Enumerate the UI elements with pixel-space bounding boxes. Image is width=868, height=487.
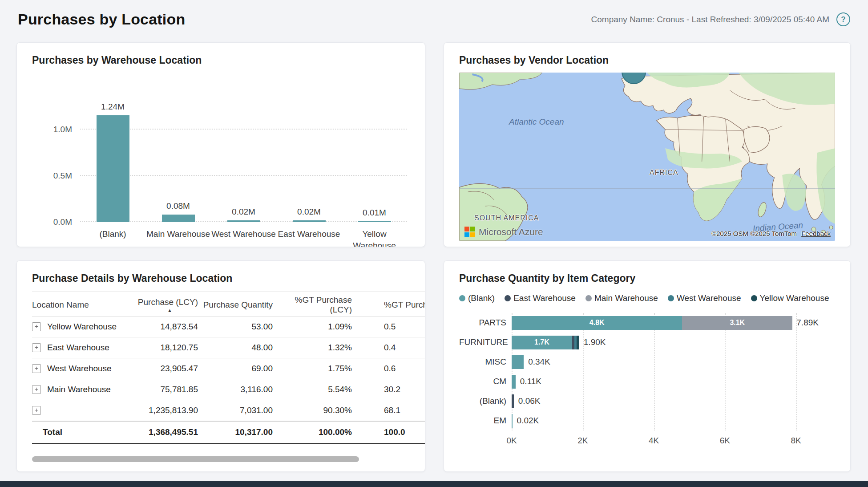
- category-row-PARTS: PARTS4.8K3.1K7.89K: [459, 313, 835, 333]
- category-label: EM: [459, 416, 512, 426]
- legend-label: East Warehouse: [513, 293, 576, 303]
- column-header-1[interactable]: Location Name: [32, 298, 132, 310]
- location-name-cell: +: [32, 406, 132, 415]
- expand-row-button[interactable]: +: [32, 385, 41, 394]
- map-attribution: ©2025 OSM ©2025 TomTom Feedback: [711, 230, 831, 237]
- x-category-label: Yellow Warehouse: [342, 228, 407, 247]
- stacked-bar: 4.8K3.1K: [512, 316, 824, 330]
- segment-Main Warehouse[interactable]: 3.1K: [682, 316, 792, 330]
- x-category-label: Main Warehouse: [145, 228, 211, 247]
- legend-dot-icon: [668, 295, 674, 301]
- legend-dot-icon: [751, 295, 757, 301]
- column-header-label: Purchase Quantity: [203, 300, 273, 309]
- category-chart-legend: (Blank)East WarehouseMain WarehouseWest …: [459, 293, 835, 303]
- card-purchase-details: Purchase Details by Warehouse Location L…: [16, 260, 425, 472]
- category-row-FURNITURE: FURNITURE1.7K1.90K: [459, 333, 835, 352]
- legend-label: West Warehouse: [677, 293, 741, 303]
- table-row[interactable]: +West Warehouse23,905.4769.001.75%0.6: [32, 358, 425, 379]
- help-icon[interactable]: ?: [836, 12, 850, 26]
- expand-row-button[interactable]: +: [32, 406, 41, 415]
- table-row[interactable]: +Yellow Warehouse14,873.5453.001.09%0.5: [32, 317, 425, 337]
- table-row[interactable]: +Main Warehouse75,781.853,116.005.54%30.…: [32, 379, 425, 400]
- expand-row-button[interactable]: +: [32, 343, 41, 352]
- bar-Main Warehouse[interactable]: [162, 215, 195, 222]
- total-gt-purchase-cell: 100.00%: [273, 427, 352, 437]
- expand-row-button[interactable]: +: [32, 322, 41, 331]
- bar-area: 0.11K: [512, 375, 824, 389]
- bar-(Blank)[interactable]: [97, 115, 129, 222]
- gt-quantity-cell: 0.5: [352, 322, 425, 332]
- warehouse-chart-title: Purchases by Warehouse Location: [32, 54, 410, 66]
- bar-total-label: 0.11K: [520, 377, 541, 386]
- bar-total-label: 0.02K: [517, 416, 539, 426]
- map-label-south-america: SOUTH AMERICA: [474, 214, 539, 222]
- gt-purchase-cell: 1.09%: [273, 322, 352, 332]
- column-header-label: %GT Purchase Quan: [384, 300, 425, 309]
- category-chart-plot: PARTS4.8K3.1K7.89KFURNITURE1.7K1.90KMISC…: [459, 313, 835, 430]
- legend-dot-icon: [459, 295, 465, 301]
- legend-item-Main Warehouse[interactable]: Main Warehouse: [585, 293, 658, 303]
- table-row[interactable]: +1,235,813.907,031.0090.30%68.1: [32, 400, 425, 421]
- vendor-map[interactable]: Atlantic Ocean AFRICA SOUTH AMERICA Indi…: [459, 73, 835, 241]
- legend-dot-icon: [585, 295, 592, 301]
- bar-slot: 0.08M: [145, 102, 211, 222]
- column-header-2[interactable]: Purchase (LCY)▲: [132, 296, 198, 312]
- table-row[interactable]: +East Warehouse18,120.7548.001.32%0.4: [32, 337, 425, 358]
- category-label: FURNITURE: [459, 337, 512, 347]
- legend-item-East Warehouse[interactable]: East Warehouse: [505, 293, 576, 303]
- purchase-lcy-cell: 18,120.75: [132, 343, 198, 353]
- gt-purchase-cell: 1.32%: [273, 343, 352, 353]
- bar-Yellow Warehouse[interactable]: [358, 221, 391, 222]
- segment-(Blank)[interactable]: [512, 355, 524, 369]
- y-tick-label: 0.0M: [34, 217, 72, 227]
- legend-item-Yellow Warehouse[interactable]: Yellow Warehouse: [751, 293, 829, 303]
- category-chart-x-axis: 0K2K4K6K8K: [512, 430, 824, 446]
- bar-slot: 0.02M: [211, 102, 276, 222]
- segment-(Blank)[interactable]: 4.8K: [512, 316, 682, 330]
- footer-bar: [0, 481, 868, 487]
- segment-Yellow Warehouse[interactable]: [577, 336, 579, 349]
- category-label: MISC: [459, 357, 512, 367]
- stacked-bar: 1.7K: [512, 336, 824, 349]
- purchase-quantity-cell: 7,031.00: [198, 406, 273, 415]
- warehouse-chart-plot: 1.0M0.5M0.0M1.24M0.08M0.02M0.02M0.01M: [80, 102, 407, 222]
- column-header-label: Location Name: [32, 300, 89, 309]
- bar-data-label: 0.02M: [297, 207, 321, 217]
- legend-item-West Warehouse[interactable]: West Warehouse: [668, 293, 741, 303]
- segment-(Blank)[interactable]: [512, 414, 513, 428]
- purchase-quantity-cell: 48.00: [198, 343, 273, 353]
- segment-(Blank)[interactable]: [512, 375, 516, 389]
- segment-data-label: 4.8K: [589, 319, 605, 327]
- expand-row-button[interactable]: +: [32, 364, 41, 373]
- bar-total-label: 0.06K: [518, 396, 541, 406]
- segment-East Warehouse[interactable]: [512, 394, 514, 408]
- bar-area: 0.02K: [512, 414, 824, 428]
- bar-slot: 0.02M: [276, 102, 342, 222]
- map-label-africa: AFRICA: [650, 169, 678, 177]
- segment-data-label: 3.1K: [730, 319, 745, 327]
- map-feedback-link[interactable]: Feedback: [801, 230, 831, 237]
- category-row-(Blank): (Blank)0.06K: [459, 391, 835, 411]
- legend-item-(Blank)[interactable]: (Blank): [459, 293, 495, 303]
- x-tick-label-6K: 6K: [720, 436, 730, 446]
- card-quantity-by-category: Purchase Quantity by Item Category (Blan…: [444, 260, 851, 472]
- bar-series: 1.24M0.08M0.02M0.02M0.01M: [80, 102, 407, 222]
- bar-West Warehouse[interactable]: [227, 220, 260, 222]
- column-header-3[interactable]: Purchase Quantity: [198, 298, 273, 310]
- column-header-4[interactable]: %GT Purchase (LCY): [273, 293, 352, 315]
- gt-purchase-cell: 1.75%: [273, 364, 352, 373]
- table-horizontal-scrollbar-thumb[interactable]: [32, 456, 359, 462]
- bar-slot: 1.24M: [80, 102, 145, 222]
- vendor-map-title: Purchases by Vendor Location: [459, 54, 835, 66]
- column-header-5[interactable]: %GT Purchase Quan: [352, 298, 425, 310]
- y-tick-label: 1.0M: [34, 125, 72, 134]
- category-label: CM: [459, 377, 512, 386]
- details-table: Location NamePurchase (LCY)▲Purchase Qua…: [32, 292, 425, 444]
- gt-quantity-cell: 0.4: [352, 343, 425, 353]
- bar-total-label: 7.89K: [796, 318, 819, 328]
- bar-East Warehouse[interactable]: [293, 220, 326, 222]
- location-name: West Warehouse: [47, 364, 112, 373]
- segment-(Blank)[interactable]: 1.7K: [512, 336, 572, 349]
- purchase-quantity-cell: 53.00: [198, 322, 273, 332]
- bar-data-label: 0.01M: [363, 208, 386, 218]
